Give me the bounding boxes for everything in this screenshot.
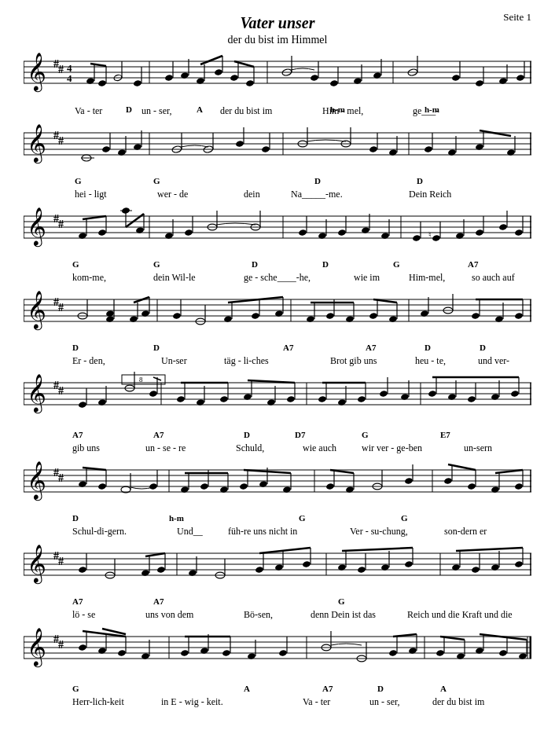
chord-5-1: A7	[72, 430, 83, 439]
svg-point-344	[78, 566, 86, 573]
svg-point-361	[302, 560, 311, 567]
lyric-6-4: Ver - su-chung,	[350, 526, 408, 538]
svg-point-17	[97, 79, 106, 86]
svg-point-119	[97, 229, 106, 236]
svg-point-410	[222, 649, 230, 656]
chord-5-5: G	[362, 430, 369, 439]
chord-8-2: A	[244, 684, 250, 693]
svg-point-406	[180, 649, 189, 656]
svg-point-432	[498, 649, 507, 656]
svg-text:#: #	[58, 385, 64, 397]
chord-6-1: D	[72, 513, 79, 523]
svg-point-272	[510, 390, 519, 397]
svg-text:#: #	[58, 302, 64, 314]
svg-text:𝄞: 𝄞	[27, 291, 46, 331]
chord-4-1: D	[72, 343, 79, 352]
staff-svg-3: 𝄞 # #	[24, 204, 531, 259]
svg-text:𝄞: 𝄞	[27, 545, 46, 585]
lyric-7-5: Reich und die Kraft und die	[407, 609, 513, 621]
lyric-4-5: heu - te,	[415, 355, 446, 367]
svg-point-95	[424, 145, 432, 152]
svg-point-144	[412, 234, 421, 241]
svg-text:𝄞: 𝄞	[27, 124, 46, 164]
svg-point-91	[369, 145, 377, 152]
svg-point-53	[516, 74, 524, 81]
svg-point-73	[101, 145, 110, 152]
svg-point-295	[149, 483, 157, 490]
chord-4-4: A7	[366, 343, 376, 352]
lyric-5-5: wir ver - ge-ben	[362, 442, 422, 454]
svg-line-56	[200, 56, 222, 64]
lyric-5-2: un - se - re	[145, 442, 186, 454]
lyric-5-6: un-sern	[464, 442, 492, 454]
svg-point-375	[471, 566, 480, 573]
chord-4-6: D	[480, 343, 486, 352]
svg-point-400	[117, 649, 126, 656]
svg-line-330	[495, 470, 523, 473]
page: Seite 1 Vater unser der du bist im Himme…	[0, 0, 555, 756]
svg-point-350	[156, 566, 165, 573]
system-6: 𝄞 # #	[24, 458, 531, 540]
svg-point-147	[432, 234, 440, 241]
svg-point-37	[310, 74, 318, 81]
svg-line-57	[234, 61, 254, 67]
page-title: Vater unser	[24, 14, 531, 32]
chord-2-3: D	[314, 176, 321, 185]
chord-3-5: G	[393, 259, 400, 269]
chord-7-2: A7	[153, 596, 164, 606]
svg-point-426	[436, 649, 444, 656]
staff-svg-5: 𝄞 # # 8	[24, 371, 531, 430]
chord-6-2: h-m	[169, 513, 184, 523]
svg-point-182	[172, 312, 181, 319]
lyric-2-4: Na_____-me.	[291, 189, 343, 200]
svg-text:𝄞: 𝄞	[27, 374, 46, 414]
svg-point-209	[471, 312, 480, 319]
lyric-7-4: denn Dein ist das	[311, 609, 376, 621]
system-3: 𝄞 # #	[24, 204, 531, 286]
chord-4-5: D	[425, 343, 431, 352]
svg-point-213	[514, 312, 523, 319]
lyric-6-2: Und__	[177, 526, 203, 538]
lyric-7-1: lö - se	[72, 609, 95, 621]
svg-text:♮: ♮	[428, 230, 432, 239]
svg-point-33	[245, 79, 254, 86]
lyric-6-3: füh-re uns nicht in	[228, 526, 297, 538]
chord-3-6: A7	[468, 259, 478, 269]
svg-point-291	[97, 483, 106, 490]
svg-point-138	[337, 229, 346, 236]
chord-6-3: G	[299, 513, 306, 523]
lyric-8-4: un - ser,	[369, 696, 400, 708]
lyric-5-4: wie auch	[303, 442, 336, 454]
svg-point-259	[379, 390, 388, 397]
svg-point-421	[388, 649, 397, 656]
svg-text:#: #	[58, 639, 64, 651]
chord-6-4: G	[401, 513, 408, 523]
svg-text:𝄞: 𝄞	[27, 461, 46, 501]
svg-point-415	[278, 649, 287, 656]
chord-3-1: G	[72, 259, 79, 269]
svg-point-134	[298, 229, 307, 236]
svg-text:#: #	[58, 556, 64, 567]
lyric-3-6: so auch auf	[472, 272, 515, 284]
chord-2-4: D	[417, 176, 423, 185]
svg-text:8: 8	[139, 376, 143, 384]
svg-point-396	[78, 644, 86, 651]
lyric-6-1: Schul-di-gern.	[72, 526, 127, 538]
svg-point-195	[325, 312, 334, 319]
svg-text:#: #	[58, 135, 64, 147]
lyric-8-5: der du bist im	[432, 696, 484, 708]
chord-7-3: G	[338, 596, 345, 606]
lyric-3-1: kom-me,	[72, 272, 106, 284]
chord-5-4: D7	[295, 430, 305, 439]
chord-2-2: G	[153, 176, 160, 185]
svg-point-321	[443, 477, 452, 484]
lyric-1-5: ge___-	[413, 105, 439, 117]
lyric-2-5: Dein Reich	[409, 189, 451, 200]
chord-8-4: D	[377, 684, 384, 693]
svg-point-370	[404, 560, 413, 567]
svg-line-157	[83, 216, 106, 219]
chord-4-2: D	[153, 343, 160, 352]
lyric-3-3: ge - sche____-he,	[244, 272, 311, 284]
svg-point-304	[239, 483, 248, 490]
svg-point-153	[498, 223, 507, 230]
